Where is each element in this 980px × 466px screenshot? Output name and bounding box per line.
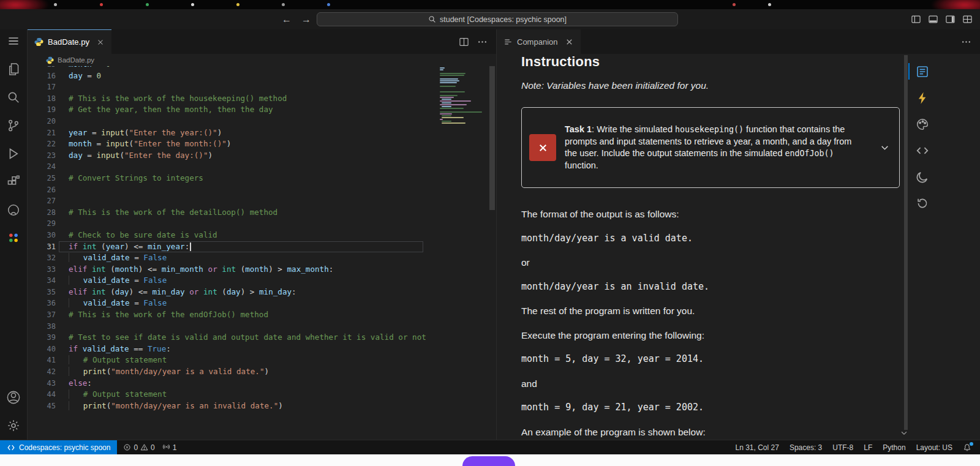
code-line-39[interactable]: 39# Test to see if date is valid and out…	[28, 332, 488, 344]
code-line-43[interactable]: 43else:	[28, 378, 488, 389]
code-editor[interactable]: 15month = 016day = 01718# This is the wo…	[28, 66, 496, 440]
status-item[interactable]: Layout: US	[916, 443, 952, 452]
status-item[interactable]: Spaces: 3	[790, 443, 822, 452]
split-editor-icon[interactable]	[459, 37, 469, 47]
instructions-paragraph: and	[521, 378, 900, 389]
floating-widget[interactable]	[462, 456, 515, 466]
instructions-body: Instructions Note: Variables have been i…	[497, 54, 980, 440]
code-line-25[interactable]: 25# Convert Strings to integers	[28, 173, 488, 184]
status-item[interactable]: Ln 31, Col 27	[735, 443, 778, 452]
customize-layout-icon[interactable]	[962, 14, 973, 24]
line-number: 16	[28, 70, 56, 82]
warning-icon	[140, 443, 148, 451]
line-number: 43	[28, 378, 56, 389]
status-item[interactable]: LF	[864, 443, 872, 452]
vscode-codespaces-window: ← → student [Codespaces: psychic spoon]	[0, 0, 980, 466]
source-control-icon[interactable]	[0, 111, 28, 140]
menu-icon[interactable]	[0, 27, 28, 55]
code-line-40[interactable]: 40if valid_date == True:	[28, 344, 488, 355]
close-icon[interactable]	[565, 37, 574, 47]
breadcrumb[interactable]: BadDate.py	[28, 54, 496, 66]
status-item[interactable]: Python	[883, 443, 905, 452]
lightning-icon[interactable]	[909, 85, 936, 111]
scrollbar-thumb[interactable]	[904, 55, 908, 430]
run-debug-icon[interactable]	[0, 140, 28, 168]
remote-indicator[interactable]: Codespaces: psychic spoon	[0, 440, 117, 455]
line-content	[56, 184, 69, 196]
explorer-icon[interactable]	[0, 55, 28, 83]
more-actions-icon[interactable]	[961, 37, 971, 47]
toggle-sidebar-icon[interactable]	[911, 14, 921, 24]
code-line-45[interactable]: 45 print("month/day/year is an invalid d…	[28, 400, 488, 412]
code-line-38[interactable]: 38	[28, 321, 488, 333]
problems-indicator[interactable]: 0 0	[119, 443, 158, 452]
panel-scrollbar[interactable]	[903, 54, 909, 440]
code-line-44[interactable]: 44 # Output statement	[28, 389, 488, 400]
code-line-37[interactable]: 37# This is the work of the endOfJob() m…	[28, 309, 488, 321]
account-icon[interactable]	[0, 383, 28, 412]
bell-icon[interactable]	[963, 443, 971, 452]
code-line-41[interactable]: 41 # Output statement	[28, 355, 488, 366]
line-number: 31	[28, 241, 56, 253]
ports-indicator[interactable]: 1	[159, 443, 181, 452]
code-line-33[interactable]: 33elif int (month) <= min_month or int (…	[28, 264, 488, 276]
extension-colorful-icon[interactable]	[0, 224, 28, 252]
github-icon[interactable]	[0, 196, 28, 224]
code-line-19[interactable]: 19# Get the year, then the month, then t…	[28, 104, 488, 116]
code-line-20[interactable]: 20	[28, 116, 488, 127]
code-line-26[interactable]: 26	[28, 184, 488, 196]
code-line-34[interactable]: 34 valid_date = False	[28, 275, 488, 287]
companion-panel-icon[interactable]	[909, 58, 936, 85]
code-brackets-icon[interactable]	[909, 137, 936, 163]
more-actions-icon[interactable]	[477, 37, 488, 47]
code-line-16[interactable]: 16day = 0	[28, 70, 488, 82]
code-lines: 15month = 016day = 01718# This is the wo…	[28, 66, 488, 412]
code-line-17[interactable]: 17	[28, 81, 488, 93]
forward-icon[interactable]: →	[301, 14, 311, 25]
code-line-15[interactable]: 15month = 0	[28, 66, 488, 70]
extensions-icon[interactable]	[0, 168, 28, 196]
status-item[interactable]: UTF-8	[832, 443, 853, 452]
chevron-down-icon[interactable]	[880, 143, 890, 153]
code-line-18[interactable]: 18# This is the work of the housekeeping…	[28, 93, 488, 105]
tab-companion[interactable]: Companion	[497, 29, 581, 54]
tab-baddate-py[interactable]: BadDate.py	[28, 29, 111, 54]
minimap[interactable]	[439, 67, 486, 124]
code-line-35[interactable]: 35elif int (day) <= min_day or int (day)…	[28, 287, 488, 298]
code-line-42[interactable]: 42 print("month/day/year is a valid date…	[28, 366, 488, 378]
editor-scrollbar[interactable]	[488, 66, 496, 440]
line-number: 32	[28, 252, 56, 264]
code-line-21[interactable]: 21year = input("Enter the year:()")	[28, 127, 488, 139]
minimap-line	[442, 102, 451, 103]
scrollbar-thumb[interactable]	[489, 66, 495, 210]
command-center-search[interactable]: student [Codespaces: psychic spoon]	[317, 12, 678, 26]
settings-icon[interactable]	[0, 412, 28, 440]
code-line-23[interactable]: 23day = input("Enter the day:()")	[28, 150, 488, 162]
toggle-panel-icon[interactable]	[928, 14, 938, 24]
history-icon[interactable]	[909, 190, 936, 216]
code-line-32[interactable]: 32 valid_date = False	[28, 252, 488, 264]
code-line-24[interactable]: 24	[28, 161, 488, 173]
instructions-note: Note: Variables have been initialized fo…	[521, 80, 900, 91]
minimap-line	[442, 117, 464, 118]
close-icon[interactable]	[96, 38, 105, 47]
secondary-activity-bar	[909, 54, 936, 216]
back-icon[interactable]: ←	[282, 14, 292, 25]
moon-icon[interactable]	[909, 163, 936, 190]
scroll-down-icon[interactable]	[899, 429, 909, 437]
line-number: 26	[28, 184, 56, 196]
task-card[interactable]: Task 1: Write the simulated housekeeping…	[521, 107, 900, 188]
toggle-secondary-sidebar-icon[interactable]	[945, 14, 956, 24]
code-line-30[interactable]: 30# Check to be sure date is valid	[28, 230, 488, 241]
line-content	[56, 218, 69, 230]
code-line-27[interactable]: 27	[28, 195, 488, 207]
code-line-22[interactable]: 22month = input("Enter the month:()")	[28, 138, 488, 150]
search-icon[interactable]	[0, 83, 28, 111]
tab-bar: Companion	[497, 29, 980, 54]
code-line-29[interactable]: 29	[28, 218, 488, 230]
palette-icon[interactable]	[909, 111, 936, 137]
line-content: elif int (month) <= min_month or int (mo…	[56, 264, 333, 276]
code-line-31[interactable]: 31if int (year) <= min_year:	[28, 241, 488, 253]
code-line-36[interactable]: 36 valid_date = False	[28, 298, 488, 309]
code-line-28[interactable]: 28# This is the work of the detailLoop()…	[28, 207, 488, 219]
